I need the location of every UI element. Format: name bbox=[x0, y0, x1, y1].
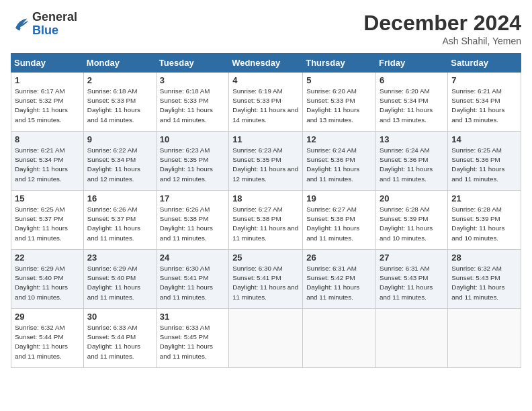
calendar-cell: 21 Sunrise: 6:28 AMSunset: 5:39 PMDaylig… bbox=[448, 191, 521, 250]
day-info: Sunrise: 6:30 AMSunset: 5:41 PMDaylight:… bbox=[232, 265, 298, 301]
calendar-cell: 8 Sunrise: 6:21 AMSunset: 5:34 PMDayligh… bbox=[11, 132, 84, 191]
day-number: 27 bbox=[380, 253, 444, 263]
calendar-cell: 18 Sunrise: 6:27 AMSunset: 5:38 PMDaylig… bbox=[229, 191, 303, 250]
calendar-cell: 10 Sunrise: 6:23 AMSunset: 5:35 PMDaylig… bbox=[156, 132, 228, 191]
day-info: Sunrise: 6:31 AMSunset: 5:43 PMDaylight:… bbox=[380, 265, 433, 301]
day-number: 22 bbox=[15, 253, 80, 263]
day-number: 11 bbox=[232, 134, 299, 144]
day-info: Sunrise: 6:17 AMSunset: 5:32 PMDaylight:… bbox=[15, 87, 68, 124]
calendar-cell: 5 Sunrise: 6:20 AMSunset: 5:33 PMDayligh… bbox=[303, 73, 376, 132]
day-number: 7 bbox=[451, 75, 517, 85]
day-number: 21 bbox=[451, 193, 517, 203]
logo-bird-icon bbox=[11, 15, 30, 34]
title-block: December 2024 Ash Shahil, Yemen bbox=[363, 11, 521, 46]
day-info: Sunrise: 6:19 AMSunset: 5:33 PMDaylight:… bbox=[232, 87, 298, 124]
day-info: Sunrise: 6:32 AMSunset: 5:43 PMDaylight:… bbox=[451, 265, 504, 301]
calendar-cell: 3 Sunrise: 6:18 AMSunset: 5:33 PMDayligh… bbox=[156, 73, 228, 132]
day-number: 12 bbox=[306, 134, 372, 144]
day-info: Sunrise: 6:20 AMSunset: 5:34 PMDaylight:… bbox=[380, 87, 433, 124]
day-number: 30 bbox=[87, 312, 152, 322]
day-number: 4 bbox=[232, 75, 299, 85]
day-number: 5 bbox=[306, 75, 372, 85]
day-header-sunday: Sunday bbox=[11, 54, 84, 73]
day-header-friday: Friday bbox=[376, 54, 448, 73]
day-number: 20 bbox=[380, 193, 444, 203]
day-info: Sunrise: 6:23 AMSunset: 5:35 PMDaylight:… bbox=[232, 146, 298, 183]
calendar-cell: 19 Sunrise: 6:27 AMSunset: 5:38 PMDaylig… bbox=[303, 191, 376, 250]
day-number: 14 bbox=[451, 134, 517, 144]
calendar-cell: 14 Sunrise: 6:25 AMSunset: 5:36 PMDaylig… bbox=[448, 132, 521, 191]
calendar-cell: 24 Sunrise: 6:30 AMSunset: 5:41 PMDaylig… bbox=[156, 250, 228, 309]
day-info: Sunrise: 6:18 AMSunset: 5:33 PMDaylight:… bbox=[87, 87, 140, 124]
calendar-cell: 22 Sunrise: 6:29 AMSunset: 5:40 PMDaylig… bbox=[11, 250, 84, 309]
day-number: 24 bbox=[160, 253, 225, 263]
day-number: 1 bbox=[15, 75, 80, 85]
calendar-cell: 25 Sunrise: 6:30 AMSunset: 5:41 PMDaylig… bbox=[229, 250, 303, 309]
day-info: Sunrise: 6:24 AMSunset: 5:36 PMDaylight:… bbox=[306, 146, 359, 183]
calendar-cell: 13 Sunrise: 6:24 AMSunset: 5:36 PMDaylig… bbox=[376, 132, 448, 191]
calendar-cell: 11 Sunrise: 6:23 AMSunset: 5:35 PMDaylig… bbox=[229, 132, 303, 191]
calendar-cell: 20 Sunrise: 6:28 AMSunset: 5:39 PMDaylig… bbox=[376, 191, 448, 250]
day-info: Sunrise: 6:29 AMSunset: 5:40 PMDaylight:… bbox=[87, 265, 140, 301]
calendar-cell bbox=[303, 309, 376, 368]
calendar-cell: 9 Sunrise: 6:22 AMSunset: 5:34 PMDayligh… bbox=[83, 132, 156, 191]
calendar-cell: 4 Sunrise: 6:19 AMSunset: 5:33 PMDayligh… bbox=[229, 73, 303, 132]
day-number: 31 bbox=[160, 312, 225, 322]
day-info: Sunrise: 6:31 AMSunset: 5:42 PMDaylight:… bbox=[306, 265, 359, 301]
day-info: Sunrise: 6:25 AMSunset: 5:37 PMDaylight:… bbox=[15, 205, 68, 242]
day-header-tuesday: Tuesday bbox=[156, 54, 228, 73]
day-number: 10 bbox=[160, 134, 225, 144]
day-info: Sunrise: 6:18 AMSunset: 5:33 PMDaylight:… bbox=[160, 87, 213, 124]
day-info: Sunrise: 6:33 AMSunset: 5:44 PMDaylight:… bbox=[87, 324, 140, 360]
day-number: 25 bbox=[232, 253, 299, 263]
calendar-cell: 27 Sunrise: 6:31 AMSunset: 5:43 PMDaylig… bbox=[376, 250, 448, 309]
day-number: 2 bbox=[87, 75, 152, 85]
calendar-cell: 31 Sunrise: 6:33 AMSunset: 5:45 PMDaylig… bbox=[156, 309, 228, 368]
calendar-cell: 12 Sunrise: 6:24 AMSunset: 5:36 PMDaylig… bbox=[303, 132, 376, 191]
day-number: 26 bbox=[306, 253, 372, 263]
day-info: Sunrise: 6:22 AMSunset: 5:34 PMDaylight:… bbox=[87, 146, 140, 183]
day-header-monday: Monday bbox=[83, 54, 156, 73]
day-number: 17 bbox=[160, 193, 225, 203]
calendar-cell: 29 Sunrise: 6:32 AMSunset: 5:44 PMDaylig… bbox=[11, 309, 84, 368]
day-header-wednesday: Wednesday bbox=[229, 54, 303, 73]
day-info: Sunrise: 6:30 AMSunset: 5:41 PMDaylight:… bbox=[160, 265, 213, 301]
calendar-cell: 16 Sunrise: 6:26 AMSunset: 5:37 PMDaylig… bbox=[83, 191, 156, 250]
page-header: General Blue December 2024 Ash Shahil, Y… bbox=[11, 11, 521, 46]
day-info: Sunrise: 6:23 AMSunset: 5:35 PMDaylight:… bbox=[160, 146, 213, 183]
day-info: Sunrise: 6:28 AMSunset: 5:39 PMDaylight:… bbox=[451, 205, 504, 242]
logo-text: General Blue bbox=[32, 11, 77, 38]
calendar-cell bbox=[229, 309, 303, 368]
day-info: Sunrise: 6:32 AMSunset: 5:44 PMDaylight:… bbox=[15, 324, 68, 360]
calendar-cell: 17 Sunrise: 6:26 AMSunset: 5:38 PMDaylig… bbox=[156, 191, 228, 250]
calendar-cell: 28 Sunrise: 6:32 AMSunset: 5:43 PMDaylig… bbox=[448, 250, 521, 309]
day-info: Sunrise: 6:26 AMSunset: 5:38 PMDaylight:… bbox=[160, 205, 213, 242]
month-title: December 2024 bbox=[363, 11, 521, 36]
calendar-cell: 15 Sunrise: 6:25 AMSunset: 5:37 PMDaylig… bbox=[11, 191, 84, 250]
day-number: 15 bbox=[15, 193, 80, 203]
location: Ash Shahil, Yemen bbox=[363, 36, 521, 46]
day-info: Sunrise: 6:29 AMSunset: 5:40 PMDaylight:… bbox=[15, 265, 68, 301]
day-header-thursday: Thursday bbox=[303, 54, 376, 73]
day-number: 8 bbox=[15, 134, 80, 144]
day-number: 9 bbox=[87, 134, 152, 144]
day-number: 19 bbox=[306, 193, 372, 203]
calendar-cell: 6 Sunrise: 6:20 AMSunset: 5:34 PMDayligh… bbox=[376, 73, 448, 132]
day-info: Sunrise: 6:20 AMSunset: 5:33 PMDaylight:… bbox=[306, 87, 359, 124]
day-number: 28 bbox=[451, 253, 517, 263]
day-info: Sunrise: 6:33 AMSunset: 5:45 PMDaylight:… bbox=[160, 324, 213, 360]
day-info: Sunrise: 6:28 AMSunset: 5:39 PMDaylight:… bbox=[380, 205, 433, 242]
day-number: 29 bbox=[15, 312, 80, 322]
day-info: Sunrise: 6:27 AMSunset: 5:38 PMDaylight:… bbox=[232, 205, 298, 242]
calendar-cell: 26 Sunrise: 6:31 AMSunset: 5:42 PMDaylig… bbox=[303, 250, 376, 309]
day-number: 3 bbox=[160, 75, 225, 85]
calendar-cell bbox=[448, 309, 521, 368]
calendar-cell: 7 Sunrise: 6:21 AMSunset: 5:34 PMDayligh… bbox=[448, 73, 521, 132]
calendar-cell: 23 Sunrise: 6:29 AMSunset: 5:40 PMDaylig… bbox=[83, 250, 156, 309]
day-header-saturday: Saturday bbox=[448, 54, 521, 73]
calendar-cell: 2 Sunrise: 6:18 AMSunset: 5:33 PMDayligh… bbox=[83, 73, 156, 132]
day-info: Sunrise: 6:27 AMSunset: 5:38 PMDaylight:… bbox=[306, 205, 359, 242]
day-number: 6 bbox=[380, 75, 444, 85]
logo: General Blue bbox=[11, 11, 77, 38]
day-number: 13 bbox=[380, 134, 444, 144]
